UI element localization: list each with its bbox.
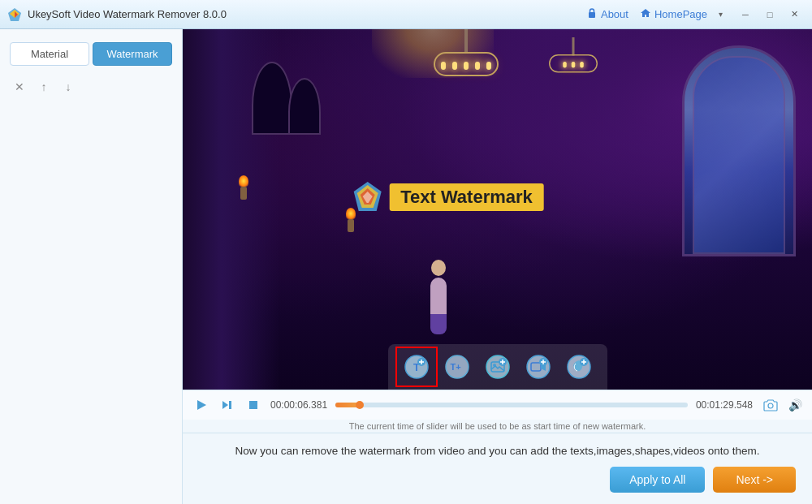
homepage-nav-item[interactable]: HomePage: [640, 7, 707, 21]
chandelier-light-1: [441, 62, 446, 70]
about-label: About: [601, 8, 628, 20]
step-forward-button[interactable]: [218, 396, 236, 414]
stop-icon: [248, 400, 258, 410]
svg-rect-38: [249, 401, 257, 409]
c2-light-3: [580, 62, 584, 68]
title-bar-left: UkeySoft Video Watermark Remover 8.0.0: [6, 6, 227, 23]
add-video-icon: [525, 354, 551, 380]
svg-text:T+: T+: [450, 362, 460, 372]
chandelier-2-lights: [563, 62, 584, 68]
dropdown-arrow-icon[interactable]: ▾: [719, 10, 723, 19]
sidebar: Material Watermark ✕ ↑ ↓: [0, 29, 183, 504]
svg-point-39: [768, 403, 773, 408]
add-video-button[interactable]: [520, 349, 557, 385]
play-button[interactable]: [192, 396, 210, 414]
lock-icon: [586, 7, 598, 21]
character: [422, 260, 455, 325]
add-text2-button[interactable]: T+: [438, 349, 476, 385]
small-arch-2: [288, 78, 321, 135]
delete-item-button[interactable]: ✕: [10, 77, 29, 97]
step-forward-icon: [222, 399, 233, 411]
arch-window-inner: [693, 56, 785, 254]
minimize-button[interactable]: ─: [734, 6, 757, 24]
current-time: 00:00:06.381: [270, 399, 327, 411]
chandelier-2-body: [572, 37, 574, 56]
close-button[interactable]: ✕: [783, 6, 806, 24]
char-legs: [430, 314, 447, 334]
svg-rect-37: [229, 401, 231, 409]
content-area: Text Watermark T: [183, 29, 812, 504]
camera-icon: [763, 398, 778, 411]
video-container: Text Watermark T: [183, 29, 812, 390]
char-head: [431, 260, 446, 276]
apply-to-all-button[interactable]: Apply to All: [610, 467, 705, 493]
c2-light-2: [571, 62, 575, 68]
hint-bar: The current time of slider will be used …: [183, 420, 812, 433]
volume-button[interactable]: 🔊: [788, 398, 802, 411]
char-body: [430, 278, 447, 314]
watermark-diamond-icon: [350, 180, 384, 214]
torch-1: [238, 175, 249, 195]
chandelier-body: [464, 29, 468, 54]
title-bar-right: About HomePage ▾ ─ □ ✕: [586, 6, 806, 24]
about-nav-item[interactable]: About: [586, 7, 628, 21]
maximize-button[interactable]: □: [758, 6, 781, 24]
home-icon: [640, 7, 651, 21]
watermark-text: Text Watermark: [389, 183, 544, 211]
c2-light-1: [563, 62, 567, 68]
progress-thumb: [356, 401, 364, 409]
add-text-icon: T: [404, 354, 430, 380]
move-up-button[interactable]: ↑: [34, 77, 54, 97]
svg-rect-3: [589, 12, 595, 18]
material-tab[interactable]: Material: [10, 42, 89, 66]
arch-window-right: [682, 45, 796, 256]
add-effect-icon: [566, 354, 592, 380]
hint-text: The current time of slider will be used …: [349, 421, 646, 431]
duration: 00:01:29.548: [696, 399, 753, 411]
progress-bar[interactable]: [335, 403, 688, 407]
torch-1-body: [240, 187, 247, 200]
app-icon: [6, 6, 23, 23]
watermark-overlay: Text Watermark: [350, 180, 544, 214]
window-controls: ─ □ ✕: [734, 6, 806, 24]
app-title: UkeySoft Video Watermark Remover 8.0.0: [28, 8, 227, 20]
sidebar-controls: ✕ ↑ ↓: [6, 75, 175, 98]
next-button[interactable]: Next ->: [713, 467, 796, 493]
chandelier-light-2: [452, 62, 457, 70]
small-arch-1: [252, 62, 292, 135]
add-text-wrapper: T: [398, 349, 435, 385]
tab-buttons: Material Watermark: [6, 36, 175, 69]
svg-marker-36: [222, 401, 228, 409]
torch-1-flame: [239, 175, 248, 187]
chandelier-2: [537, 37, 610, 86]
description-text: Now you can remove the watermark from vi…: [199, 445, 796, 457]
stop-button[interactable]: [244, 396, 262, 414]
chandelier-light-3: [464, 62, 469, 70]
play-icon: [196, 399, 207, 411]
add-image-button[interactable]: [479, 349, 516, 385]
main-area: Material Watermark ✕ ↑ ↓: [0, 29, 812, 504]
chandelier-light-5: [486, 62, 491, 70]
add-effect-button[interactable]: [560, 349, 598, 385]
chandelier-lights: [441, 62, 491, 70]
video-scene: Text Watermark T: [183, 29, 812, 390]
add-text-button[interactable]: T: [398, 349, 435, 385]
watermark-tab[interactable]: Watermark: [93, 42, 172, 66]
homepage-label: HomePage: [654, 8, 707, 20]
torch-2-body: [348, 219, 354, 232]
move-down-button[interactable]: ↓: [58, 77, 78, 97]
svg-marker-35: [197, 400, 206, 410]
add-image-icon: [485, 354, 511, 380]
playback-bar: 00:00:06.381 00:01:29.548 🔊: [183, 390, 812, 420]
add-text2-icon: T+: [444, 354, 470, 380]
bottom-bar: Now you can remove the watermark from vi…: [183, 433, 812, 504]
chandelier: [417, 29, 515, 94]
title-bar: UkeySoft Video Watermark Remover 8.0.0 A…: [0, 0, 812, 29]
screenshot-button[interactable]: [761, 395, 780, 415]
action-row: Apply to All Next ->: [199, 467, 796, 493]
toolbar-icons-row: T: [388, 344, 607, 390]
chandelier-light-4: [475, 62, 480, 70]
